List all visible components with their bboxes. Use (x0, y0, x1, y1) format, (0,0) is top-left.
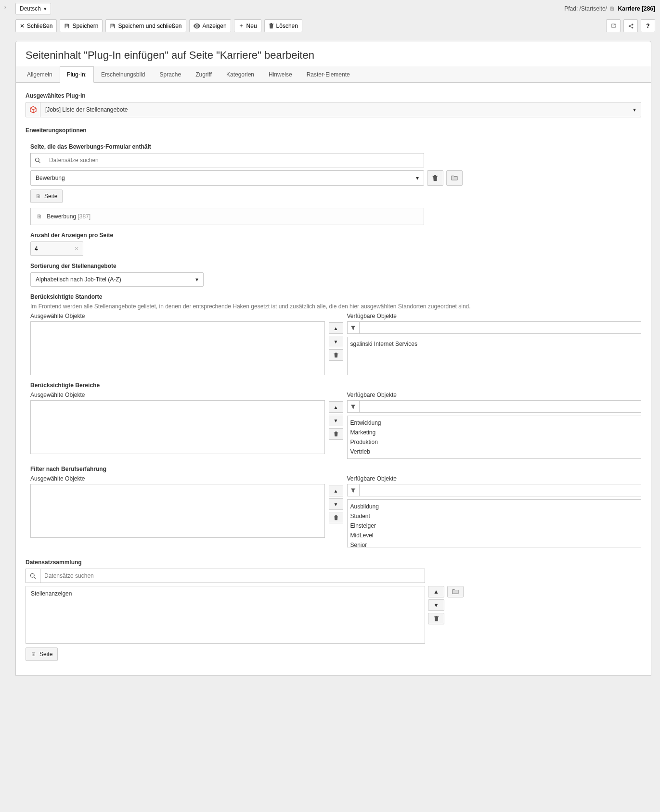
chevron-down-icon: ▾ (195, 276, 198, 283)
exp-available-list[interactable]: Ausbildung Student Einsteiger MidLevel S… (347, 499, 642, 547)
move-down-button[interactable]: ▼ (329, 415, 343, 426)
locations-available-list[interactable]: sgalinski Internet Services (347, 337, 642, 375)
page-icon: 🗎 (609, 5, 615, 12)
tab-language[interactable]: Sprache (152, 66, 188, 83)
remove-page-button[interactable] (427, 170, 443, 186)
chevron-down-icon: ▾ (44, 6, 47, 12)
list-item[interactable]: Vertrieb (350, 447, 638, 457)
selected-objects-label: Ausgewählte Objekte (30, 475, 325, 482)
areas-selected-list[interactable] (30, 400, 325, 454)
add-collection-page-button[interactable]: 🗎 Seite (26, 647, 58, 661)
help-button[interactable]: ? (641, 19, 655, 32)
plugin-select[interactable]: [Jobs] Liste der Stellenangebote ▾ (26, 102, 641, 117)
locations-filter-input[interactable] (360, 321, 642, 334)
folder-icon (452, 589, 459, 595)
move-up-button[interactable]: ▲ (329, 485, 343, 496)
page-title: Seiteninhalt "Plug-In einfügen" auf Seit… (26, 49, 641, 62)
move-down-button[interactable]: ▼ (329, 498, 343, 510)
share-button[interactable] (623, 19, 638, 32)
clear-input-button[interactable]: ✕ (65, 245, 83, 252)
available-objects-label: Verfügbare Objekte (347, 313, 642, 319)
move-up-button[interactable]: ▲ (329, 322, 343, 334)
collection-search-input[interactable] (40, 569, 425, 583)
remove-item-button[interactable] (329, 512, 343, 523)
remove-item-button[interactable] (329, 349, 343, 361)
selected-objects-label: Ausgewählte Objekte (30, 313, 325, 319)
items-per-page-input-wrap: ✕ (30, 241, 83, 256)
list-item[interactable]: Stellenanzeigen (31, 590, 420, 597)
tab-bar: Allgemein Plug-In: Erscheinungsbild Spra… (16, 66, 651, 83)
list-item[interactable]: Marketing (350, 428, 638, 437)
filter-button[interactable] (347, 484, 360, 496)
external-icon (610, 23, 617, 29)
apply-page-select[interactable]: Bewerbung ▾ (30, 170, 424, 186)
exp-filter-input[interactable] (360, 484, 642, 496)
areas-label: Berücksichtigte Bereiche (30, 382, 641, 389)
tab-general[interactable]: Allgemein (20, 66, 60, 83)
breadcrumb: Pfad: /Startseite/ 🗎 Karriere [286] (564, 5, 655, 12)
move-down-button[interactable]: ▼ (329, 336, 343, 347)
search-icon-button[interactable] (30, 153, 45, 167)
tab-access[interactable]: Zugriff (188, 66, 219, 83)
tab-grid[interactable]: Raster-Elemente (299, 66, 357, 83)
language-select[interactable]: Deutsch ▾ (15, 3, 51, 14)
apply-page-record: 🗎 Bewerbung [387] (30, 208, 424, 225)
tab-notes[interactable]: Hinweise (261, 66, 299, 83)
language-value: Deutsch (20, 5, 41, 12)
open-new-window-button[interactable] (606, 19, 621, 32)
move-down-button[interactable]: ▼ (428, 599, 444, 611)
sorting-select[interactable]: Alphabetisch nach Job-Titel (A-Z) ▾ (30, 272, 204, 287)
move-up-button[interactable]: ▲ (428, 586, 444, 597)
new-button[interactable]: ＋ Neu (234, 19, 261, 32)
tab-appearance[interactable]: Erscheinungsbild (94, 66, 152, 83)
apply-page-label: Seite, die das Bewerbungs-Formular enthä… (30, 143, 641, 150)
apply-page-search-input[interactable] (45, 153, 424, 167)
plus-icon: ＋ (238, 22, 244, 30)
list-item[interactable]: Ausbildung (350, 502, 638, 511)
move-up-button[interactable]: ▲ (329, 401, 343, 413)
search-icon-button[interactable] (26, 569, 40, 583)
list-item[interactable]: Student (350, 511, 638, 521)
chevron-down-icon: ▾ (416, 175, 419, 181)
areas-available-list[interactable]: Entwicklung Marketing Produktion Vertrie… (347, 416, 642, 459)
list-item[interactable]: Senior (350, 540, 638, 547)
collapse-handle[interactable]: › (0, 0, 11, 690)
add-page-button[interactable]: 🗎 Seite (30, 190, 63, 203)
remove-item-button[interactable] (428, 613, 444, 624)
sorting-label: Sortierung der Stellenangebote (30, 263, 641, 269)
available-objects-label: Verfügbare Objekte (347, 475, 642, 482)
eye-icon (194, 23, 200, 29)
filter-icon (350, 404, 356, 409)
list-item[interactable]: Einsteiger (350, 521, 638, 531)
view-button[interactable]: Anzeigen (189, 19, 231, 32)
filter-button[interactable] (347, 321, 360, 334)
collection-selected-list[interactable]: Stellenanzeigen (26, 586, 425, 644)
list-item[interactable]: Entwicklung (350, 418, 638, 428)
locations-selected-list[interactable] (30, 321, 325, 375)
exp-selected-list[interactable] (30, 484, 325, 538)
list-item[interactable]: sgalinski Internet Services (350, 339, 638, 349)
close-button[interactable]: ✕ Schließen (15, 19, 57, 32)
trash-icon (269, 23, 274, 29)
experience-label: Filter nach Berufserfahrung (30, 466, 641, 472)
save-button[interactable]: Speichern (60, 19, 103, 32)
items-per-page-input[interactable] (31, 242, 65, 255)
list-item[interactable]: Produktion (350, 437, 638, 447)
areas-filter-input[interactable] (360, 400, 642, 413)
filter-icon (350, 488, 356, 493)
browse-records-button[interactable] (447, 586, 464, 597)
extension-options-label: Erweiterungsoptionen (26, 127, 641, 134)
browse-page-button[interactable] (446, 170, 463, 186)
share-icon (628, 23, 634, 29)
delete-button[interactable]: Löschen (264, 19, 302, 32)
close-icon: ✕ (20, 23, 25, 29)
filter-button[interactable] (347, 400, 360, 413)
save-close-button[interactable]: Speichern und schließen (105, 19, 186, 32)
remove-item-button[interactable] (329, 428, 343, 440)
search-icon (35, 157, 41, 164)
tab-plugin[interactable]: Plug-In: (60, 66, 94, 83)
selected-plugin-label: Ausgewähltes Plug-In (26, 92, 641, 99)
tab-categories[interactable]: Kategorien (219, 66, 261, 83)
list-item[interactable]: MidLevel (350, 531, 638, 540)
trash-icon (334, 353, 338, 358)
